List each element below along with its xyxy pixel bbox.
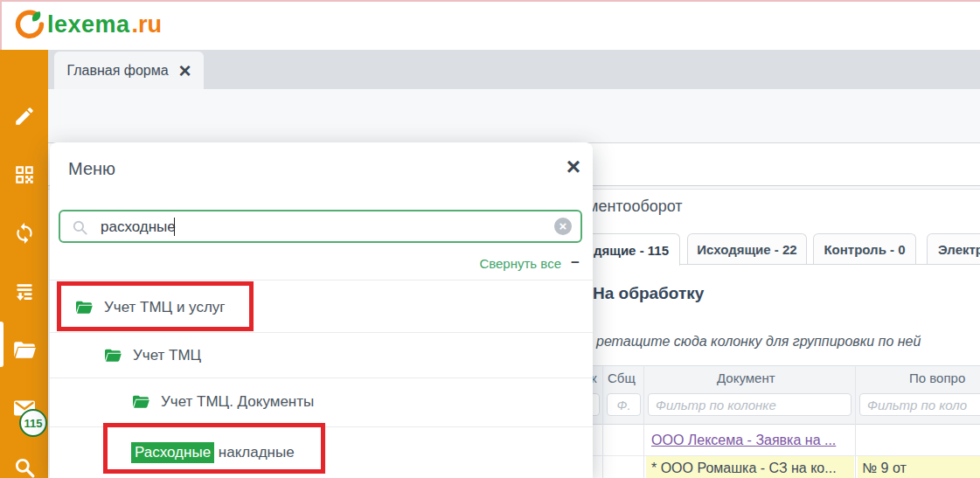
doc-tab-control-label: Контроль - 0 (824, 242, 905, 257)
search-icon-glyph (13, 456, 36, 478)
doc-tab-control[interactable]: Контроль - 0 (813, 233, 916, 264)
collapse-all-link[interactable]: Свернуть все (479, 256, 561, 271)
inbox-count-badge[interactable]: 115 (19, 409, 47, 437)
screenshot-border (0, 0, 980, 2)
doc-tab-outgoing-label: Исходящие - 22 (697, 242, 796, 257)
menu-search-input[interactable] (99, 213, 539, 241)
docflow-title-fragment: ментооборот (587, 197, 683, 216)
logo-word: lexema (47, 11, 130, 38)
text-caret (174, 218, 175, 236)
row-2-document-text: * ООО Ромашка - СЗ на ко... (651, 461, 837, 476)
qr-code-icon[interactable] (12, 163, 37, 187)
menu-search-box: × (59, 210, 582, 243)
doc-tab-outgoing[interactable]: Исходящие - 22 (687, 233, 807, 264)
tab-main-form-label: Главная форма (66, 63, 168, 79)
filter-input-document[interactable] (648, 393, 851, 416)
row-2-question-text: № 9 от 16.07.2024 (862, 461, 980, 478)
menu-modal-title: Меню (68, 159, 115, 179)
pencil-icon[interactable] (12, 104, 37, 128)
column-header-question[interactable]: По вопро (909, 371, 965, 385)
sidebar: 115 (0, 50, 48, 478)
qr-code-icon-glyph (13, 163, 36, 186)
menu-divider (50, 280, 593, 281)
screenshot-border (0, 0, 2, 50)
annotation-rect-rashodnye (103, 423, 325, 474)
tab-main-form[interactable]: Главная форма × (54, 52, 204, 89)
annotation-rect-uchet-tmc-uslug (57, 281, 254, 331)
sync-icon[interactable] (12, 221, 37, 246)
folder-open-icon (103, 348, 122, 364)
tree-item-uchet-tmc-documents[interactable]: Учет ТМЦ. Документы (50, 378, 674, 426)
pencil-icon-glyph (13, 105, 36, 128)
clear-search-icon[interactable]: × (554, 218, 572, 235)
tasks-download-icon[interactable] (12, 280, 37, 304)
tree-item-label: Учет ТМЦ (133, 347, 201, 364)
doc-tab-incoming-label: дящие - 115 (594, 243, 669, 258)
doc-tab-electronic[interactable]: Электро (927, 233, 980, 264)
lexema-logo[interactable]: lexema.ru (14, 9, 162, 40)
folder-open-icon (131, 394, 150, 410)
app-screen: lexema.ru (0, 0, 980, 478)
doc-tab-electronic-label: Электро (938, 242, 980, 257)
collapse-minus-icon[interactable]: − (571, 254, 580, 272)
search-icon (72, 219, 88, 236)
document-link-row-1[interactable]: ООО Лексема - Заявка на ... (651, 433, 836, 448)
column-divider (855, 365, 856, 478)
column-header-document[interactable]: Документ (717, 371, 775, 385)
folder-open-icon[interactable] (12, 338, 37, 363)
modal-close-icon[interactable]: × (566, 155, 580, 179)
lexema-logo-icon (14, 9, 45, 40)
search-icon[interactable] (12, 455, 37, 478)
folder-open-icon-glyph (12, 340, 37, 361)
tab-close-icon[interactable]: × (179, 64, 191, 78)
sidebar-active-indicator (0, 322, 3, 367)
tree-item-uchet-tmc[interactable]: Учет ТМЦ (50, 333, 646, 378)
logo-tld: .ru (132, 11, 163, 38)
filter-input-question[interactable] (859, 393, 980, 416)
app-header: lexema.ru (0, 0, 980, 50)
sync-icon-glyph (13, 222, 36, 245)
tree-item-label: Учет ТМЦ. Документы (161, 393, 314, 411)
tasks-download-icon-glyph (13, 281, 36, 303)
